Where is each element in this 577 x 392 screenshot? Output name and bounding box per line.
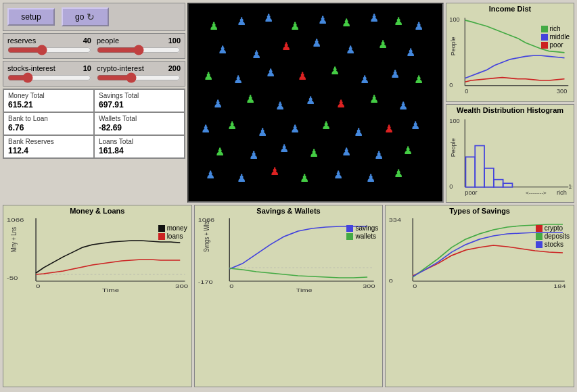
deposits-color-swatch	[536, 233, 543, 240]
legend-crypto: crypto	[536, 224, 570, 232]
svg-text:-170: -170	[198, 278, 212, 285]
slider-row-1: reserves 40 people 100	[3, 33, 185, 59]
money-total-value: 615.21	[8, 100, 89, 109]
bank-to-loan-cell: Bank to Loan 6.76	[3, 112, 94, 135]
bank-to-loan-label: Bank to Loan	[8, 115, 89, 122]
svg-rect-17	[475, 145, 484, 187]
rich-label: rich	[550, 25, 561, 32]
svg-text:334: 334	[389, 216, 402, 222]
svg-text:0: 0	[449, 183, 453, 190]
person-icon: ♟	[298, 71, 307, 82]
person-icon: ♟	[204, 71, 213, 82]
person-icon: ♟	[258, 127, 267, 138]
svg-text:Time: Time	[296, 287, 312, 293]
setup-button[interactable]: setup	[7, 8, 55, 26]
stocks-interest-value: 10	[83, 64, 91, 72]
money-label: money	[167, 224, 187, 232]
person-icon: ♟	[209, 21, 218, 32]
stocks-interest-label: stocks-interest	[7, 64, 55, 72]
crypto-interest-label: crypto-interest	[97, 64, 144, 72]
wealth-dist-title: Wealth Distribution Histogram	[448, 106, 572, 114]
legend-savings: savings	[346, 224, 378, 232]
person-icon: ♟	[227, 120, 237, 131]
svg-text:0: 0	[389, 277, 393, 283]
go-label: go	[75, 12, 84, 22]
svg-text:0: 0	[465, 88, 468, 95]
loans-total-cell: Loans Total 161.84	[94, 135, 185, 158]
go-button[interactable]: go ↻	[62, 7, 109, 26]
loans-total-value: 161.84	[99, 146, 180, 155]
legend-money: money	[158, 224, 187, 232]
bank-reserves-value: 112.4	[8, 146, 89, 155]
person-icon: ♟	[403, 145, 413, 156]
svg-text:People: People	[450, 138, 457, 157]
stocks-interest-slider[interactable]	[7, 73, 91, 82]
reserves-slider[interactable]	[7, 45, 91, 55]
person-icon: ♟	[369, 94, 379, 105]
people-slider[interactable]	[97, 45, 181, 55]
money-color-swatch	[158, 225, 165, 232]
svg-text:300: 300	[363, 283, 375, 289]
crypto-slider-group: crypto-interest 200	[97, 64, 181, 83]
svg-text:0: 0	[413, 283, 417, 289]
wallets-total-cell: Wallets Total -82.69	[94, 112, 185, 135]
person-icon: ♟	[266, 68, 275, 78]
crypto-label: crypto	[545, 224, 563, 232]
svg-text:0: 0	[449, 82, 453, 89]
person-icon: ♟	[414, 21, 423, 32]
left-panel: setup go ↻ reserves 40 people 100	[3, 3, 185, 203]
wealth-dist-chart: Wealth Distribution Histogram 100 0 poor…	[446, 104, 574, 203]
svg-rect-16	[465, 157, 475, 187]
deposits-label: deposits	[545, 232, 570, 240]
person-icon: ♟	[342, 18, 351, 28]
savings-wallets-title: Savings & Wallets	[196, 207, 382, 215]
reserves-label: reserves	[7, 36, 36, 45]
legend-loans: loans	[158, 232, 187, 240]
svg-rect-19	[494, 179, 503, 187]
income-dist-title: Income Dist	[448, 5, 572, 13]
loans-total-label: Loans Total	[99, 138, 180, 145]
person-icon: ♟	[306, 95, 315, 106]
person-icon: ♟	[394, 168, 403, 179]
person-icon: ♟	[312, 38, 321, 49]
savings-color-swatch	[346, 225, 353, 232]
person-icon: ♟	[215, 147, 225, 157]
person-icon: ♟	[366, 173, 375, 184]
svg-text:<-------->: <-------->	[526, 190, 547, 196]
stocks-color-swatch	[536, 241, 543, 248]
bank-reserves-cell: Bank Reserves 112.4	[3, 135, 94, 158]
person-icon: ♟	[394, 16, 403, 27]
svg-text:0: 0	[36, 283, 41, 289]
money-loans-chart: Money & Loans 1066 -50 0 300 Time	[3, 205, 192, 387]
person-icon: ♟	[275, 101, 285, 112]
right-panel: Income Dist 100 0 0 300 People	[446, 3, 574, 203]
person-icon: ♟	[279, 143, 289, 154]
svg-text:People: People	[450, 37, 457, 56]
person-icon: ♟	[330, 66, 340, 76]
person-icon: ♟	[246, 94, 255, 105]
bottom-row: Money & Loans 1066 -50 0 300 Time	[3, 205, 574, 387]
person-icon: ♟	[346, 45, 355, 55]
svg-text:Mny + Lns: Mny + Lns	[9, 227, 18, 252]
money-loans-legend: money loans	[158, 224, 187, 240]
savings-total-cell: Savings Total 697.91	[94, 89, 185, 112]
savings-label: savings	[355, 224, 378, 232]
crypto-color-swatch	[536, 225, 543, 232]
svg-text:1066: 1066	[7, 217, 24, 223]
crypto-interest-value: 200	[168, 64, 181, 72]
money-total-label: Money Total	[8, 92, 89, 99]
income-dist-legend: rich middle poor	[541, 25, 570, 49]
person-icon: ♟	[374, 150, 384, 161]
svg-text:rich: rich	[557, 189, 567, 196]
person-icon: ♟	[201, 124, 210, 134]
person-icon: ♟	[252, 49, 261, 60]
types-savings-chart: Types of Savings 334 0 0 184	[385, 205, 574, 387]
loans-label: loans	[167, 232, 183, 240]
wallets-label: wallets	[355, 232, 376, 240]
crypto-interest-slider[interactable]	[97, 73, 181, 82]
person-icon: ♟	[369, 13, 379, 24]
person-icon: ♟	[378, 39, 388, 50]
svg-text:-50: -50	[7, 275, 18, 281]
poor-color-swatch	[541, 42, 548, 49]
person-icon: ♟	[290, 124, 300, 134]
